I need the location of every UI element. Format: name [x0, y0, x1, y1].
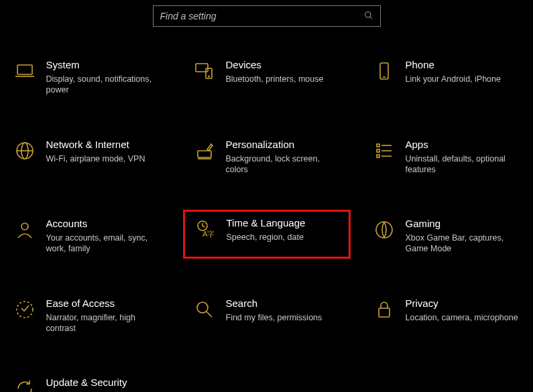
settings-tile-phone[interactable]: PhoneLink your Android, iPhone	[363, 55, 530, 100]
tile-subtitle: Bluetooth, printers, mouse	[226, 74, 324, 84]
settings-tile-gaming[interactable]: GamingXbox Game Bar, captures, Game Mode	[363, 214, 530, 259]
tile-subtitle: Background, lock screen, colors	[226, 153, 341, 176]
tile-title: Apps	[406, 139, 521, 151]
tile-subtitle: Narrator, magnifier, high contrast	[46, 312, 162, 334]
tile-title: Network & Internet	[46, 139, 145, 151]
tile-subtitle: Display, sound, notifications, power	[46, 74, 162, 96]
tile-subtitle: Link your Android, iPhone	[406, 74, 501, 84]
sync-icon	[9, 377, 41, 392]
search-icon	[364, 11, 373, 22]
tile-title: Time & Language	[227, 217, 306, 229]
list-icon	[368, 139, 400, 161]
settings-tile-update-security[interactable]: Update & SecurityWindows Update, recover…	[3, 373, 171, 392]
tile-title: Devices	[226, 59, 324, 71]
tile-subtitle: Wi-Fi, airplane mode, VPN	[46, 153, 145, 164]
search-icon	[188, 298, 221, 320]
devices-icon	[188, 59, 221, 82]
tile-subtitle: Find my files, permissions	[226, 312, 322, 323]
svg-line-1	[369, 16, 372, 19]
tile-title: Ease of Access	[46, 298, 162, 310]
settings-tile-search[interactable]: SearchFind my files, permissions	[183, 293, 351, 338]
tile-subtitle: Location, camera, microphone	[406, 312, 518, 323]
tile-title: Accounts	[46, 218, 162, 230]
search-container	[0, 0, 533, 55]
globe-icon	[9, 139, 41, 161]
settings-tile-time-language[interactable]: Time & LanguageSpeech, region, date	[183, 210, 351, 259]
tile-title: Phone	[406, 59, 501, 71]
tile-subtitle: Uninstall, defaults, optional features	[406, 153, 521, 176]
settings-tile-devices[interactable]: DevicesBluetooth, printers, mouse	[183, 55, 351, 100]
search-box[interactable]	[153, 5, 381, 27]
tile-subtitle: Speech, region, date	[227, 232, 306, 243]
settings-tile-personalization[interactable]: PersonalizationBackground, lock screen, …	[183, 135, 351, 180]
settings-grid: SystemDisplay, sound, notifications, pow…	[0, 55, 533, 392]
time-lang-icon	[189, 217, 221, 240]
tile-subtitle: Xbox Game Bar, captures, Game Mode	[406, 233, 521, 255]
tile-title: System	[46, 59, 162, 71]
lock-icon	[368, 298, 400, 320]
tile-title: Privacy	[406, 298, 518, 310]
search-input[interactable]	[160, 11, 364, 21]
settings-tile-ease-of-access[interactable]: Ease of AccessNarrator, magnifier, high …	[3, 293, 171, 338]
tile-title: Update & Security	[46, 377, 162, 389]
settings-tile-network[interactable]: Network & InternetWi-Fi, airplane mode, …	[3, 135, 171, 180]
brush-icon	[188, 139, 221, 161]
settings-tile-accounts[interactable]: AccountsYour accounts, email, sync, work…	[3, 214, 171, 259]
person-icon	[9, 218, 41, 241]
svg-point-0	[365, 11, 370, 17]
tile-title: Personalization	[226, 139, 341, 151]
settings-tile-system[interactable]: SystemDisplay, sound, notifications, pow…	[3, 55, 171, 100]
ease-icon	[9, 298, 41, 320]
tile-subtitle: Your accounts, email, sync, work, family	[46, 233, 162, 255]
settings-tile-apps[interactable]: AppsUninstall, defaults, optional featur…	[363, 135, 530, 180]
settings-tile-privacy[interactable]: PrivacyLocation, camera, microphone	[363, 293, 530, 338]
gaming-icon	[368, 218, 400, 241]
tile-title: Gaming	[406, 218, 521, 230]
laptop-icon	[9, 59, 41, 82]
phone-icon	[368, 59, 400, 82]
tile-title: Search	[226, 298, 322, 310]
